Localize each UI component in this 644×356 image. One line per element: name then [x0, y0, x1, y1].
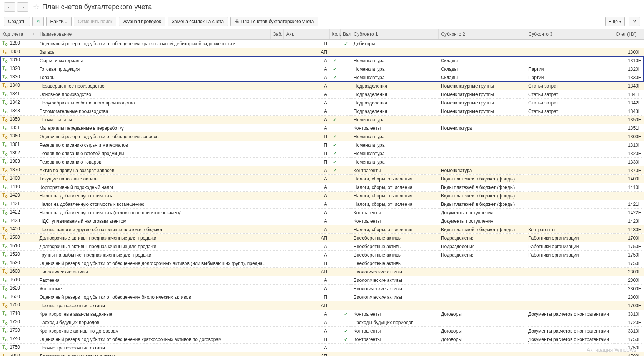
sub1-cell: Подразделения [351, 82, 439, 90]
schet-cell: 1370Н [613, 166, 644, 175]
col-name-header[interactable]: Наименование [37, 29, 270, 40]
find-button[interactable]: Найти... [46, 17, 72, 26]
kol-cell [329, 301, 340, 310]
col-sub2-header[interactable]: Субконто 2 [439, 29, 526, 40]
table-row[interactable]: To 1510Долгосрочные активы, предназначен… [0, 242, 644, 251]
table-row[interactable]: To 1342Полуфабрикаты собственного произв… [0, 99, 644, 107]
table-row[interactable]: To 1700Прочие краткосрочные активыАП1700… [0, 301, 644, 310]
account-type-icon: To [2, 176, 8, 182]
table-row[interactable]: To 1520Группы на выбытие, предназначенны… [0, 251, 644, 259]
sub2-cell: Договоры [439, 335, 526, 344]
table-row[interactable]: To 1600Биологические активыАПБиологическ… [0, 268, 644, 276]
table-row[interactable]: To 1750Прочие краткосрочные активыА1750Н [0, 344, 644, 352]
sub1-cell: Внеоборотные активы [351, 234, 439, 242]
account-type-icon: To [2, 226, 8, 232]
sub2-cell: Номенклатура [439, 166, 526, 175]
zab-cell [271, 183, 284, 192]
kol-cell [329, 225, 340, 234]
col-zab-header[interactable]: Заб. [271, 29, 284, 40]
sub3-cell: Работники организации [526, 251, 613, 259]
table-row[interactable]: To 2000Долгосрочные финансовые активыАП1… [0, 352, 644, 356]
table-row[interactable]: To 1362Резерв по списанию готовой продук… [0, 149, 644, 158]
table-row[interactable]: To 1363Резерв по списанию товаровП✓Номен… [0, 158, 644, 166]
name-cell: Налог на добавленную стоимость (отложенн… [37, 209, 270, 217]
sub2-cell: Номенклатурные группы [439, 82, 526, 90]
table-row[interactable]: To 1350Прочие запасыА✓Номенклатура1350Н [0, 116, 644, 124]
val-cell [340, 183, 351, 192]
sub2-cell [439, 285, 526, 293]
table-row[interactable]: To 1351Материалы переданные в переработк… [0, 124, 644, 132]
col-sub1-header[interactable]: Субконто 1 [351, 29, 439, 40]
table-row[interactable]: To 1341Основное производствоАПодразделен… [0, 90, 644, 99]
zab-cell [271, 225, 284, 234]
col-schet-header[interactable]: Счет (НУ) [613, 29, 644, 40]
table-row[interactable]: To 1361Резерв по списанию сырья и матери… [0, 141, 644, 149]
table-row[interactable]: To 1310Сырье и материалыА✓НоменклатураСк… [0, 56, 644, 65]
nav-back-button[interactable]: ← [4, 2, 15, 12]
more-menu-button[interactable]: Еще [605, 17, 625, 26]
table-row[interactable]: To 1610РастенияАБиологические активы2300… [0, 276, 644, 285]
account-type-icon: To [2, 268, 8, 275]
zab-cell [271, 90, 284, 99]
sub1-cell: Контрагенты [351, 217, 439, 225]
zab-cell [271, 141, 284, 149]
code-cell: 1530 [10, 260, 20, 265]
schet-cell: 1750Н [613, 335, 644, 344]
table-row[interactable]: To 1710Краткосрочные авансы выданныеА✓Ко… [0, 310, 644, 318]
akt-cell: А [284, 318, 329, 327]
table-row[interactable]: To 1330ТоварыА✓НоменклатураСкладыПартии1… [0, 73, 644, 82]
code-cell: 1400 [10, 176, 20, 181]
col-sub3-header[interactable]: Субконто 3 [526, 29, 613, 40]
account-type-icon: To [2, 294, 8, 300]
schet-cell: 1340Н [613, 82, 644, 90]
journal-button[interactable]: Журнал проводок [119, 17, 165, 26]
table-row[interactable]: To 1630Оценочный резерв под убытки от об… [0, 293, 644, 301]
sub3-cell [526, 183, 613, 192]
col-code-header[interactable]: Код счета↓ [0, 29, 37, 40]
table-row[interactable]: To 1430Прочие налоги и другие обязательн… [0, 225, 644, 234]
print-plan-button[interactable]: 🖶План счетов бухгалтерского учета [230, 17, 318, 26]
table-row[interactable]: To 1280Оценочный резерв под убытки от об… [0, 40, 644, 48]
account-type-icon: To [2, 184, 8, 190]
col-akt-header[interactable]: Акт. [284, 29, 329, 40]
sub2-cell: Документы поступления [439, 209, 526, 217]
table-row[interactable]: To 1530Оценочный резерв под убытки от об… [0, 259, 644, 268]
sub1-cell: Биологические активы [351, 276, 439, 285]
account-type-icon: To [2, 277, 8, 283]
nav-forward-button[interactable]: → [17, 2, 28, 12]
create-button[interactable]: Создать [4, 17, 30, 26]
table-row[interactable]: To 1423НДС, уплачиваемый налоговым агент… [0, 217, 644, 225]
table-row[interactable]: To 1720Расходы будущих периодовАРасходы … [0, 318, 644, 327]
table-row[interactable]: To 1410Корпоративный подоходный налогАНа… [0, 183, 644, 192]
sub3-cell [526, 158, 613, 166]
kol-cell [329, 200, 340, 209]
cancel-find-button[interactable]: Отменить поиск [74, 17, 116, 26]
name-cell: Запасы [37, 48, 270, 56]
table-row[interactable]: To 1400Текущие налоговые активыАНалоги, … [0, 175, 644, 183]
table-row[interactable]: To 1421Налог на добавленную стоимость к … [0, 200, 644, 209]
table-row[interactable]: To 1343Вспомогательные производстваАПодр… [0, 107, 644, 116]
col-val-header[interactable]: Вал. [340, 29, 351, 40]
replace-links-button[interactable]: Замена ссылок на счета [168, 17, 228, 26]
table-row[interactable]: To 1360Оценочный резерв под убытки от об… [0, 132, 644, 141]
table-row[interactable]: To 1340Незавершенное производствоАПодраз… [0, 82, 644, 90]
table-row[interactable]: To 1420Налог на добавленную стоимостьАНа… [0, 192, 644, 200]
table-row[interactable]: To 1730Краткосрочные активы по договорам… [0, 327, 644, 335]
table-row[interactable]: To 1320Готовая продукцияА✓НоменклатураСк… [0, 65, 644, 73]
favorite-star-icon[interactable]: ☆ [33, 3, 39, 11]
table-row[interactable]: To 1370Актив по праву на возврат запасов… [0, 166, 644, 175]
copy-button[interactable]: ⎘ [32, 17, 44, 26]
kol-cell [329, 40, 340, 48]
akt-cell: А [284, 327, 329, 335]
table-row[interactable]: To 1422Налог на добавленную стоимость (о… [0, 209, 644, 217]
col-kol-header[interactable]: Кол. [329, 29, 340, 40]
zab-cell [271, 40, 284, 48]
sub1-cell: Контрагенты [351, 327, 439, 335]
table-row[interactable]: To 1300ЗапасыАП1300Н [0, 48, 644, 56]
table-row[interactable]: To 1740Оценочный резерв под убытки от об… [0, 335, 644, 344]
account-type-icon: To [2, 142, 8, 148]
table-row[interactable]: To 1620ЖивотныеАБиологические активы2300… [0, 285, 644, 293]
help-button[interactable]: ? [629, 17, 640, 26]
sub1-cell [351, 352, 439, 356]
table-row[interactable]: To 1500Долгосрочные активы, предназначен… [0, 234, 644, 242]
